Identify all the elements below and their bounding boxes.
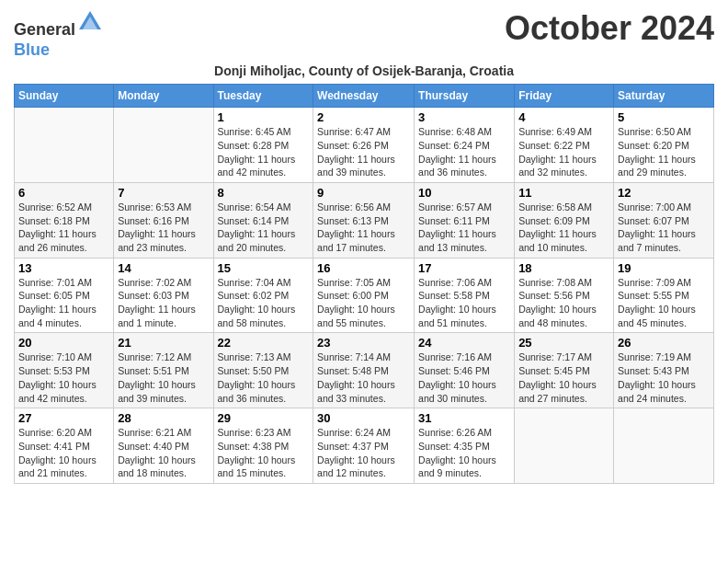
day-number: 14 — [118, 261, 209, 275]
day-number: 26 — [618, 336, 710, 350]
day-number: 20 — [18, 336, 109, 350]
week-row-2: 6Sunrise: 6:52 AM Sunset: 6:18 PM Daylig… — [15, 182, 714, 258]
calendar-cell: 17Sunrise: 7:06 AM Sunset: 5:58 PM Dayli… — [415, 258, 515, 333]
logo-general: General — [14, 20, 75, 39]
day-number: 21 — [118, 336, 209, 350]
calendar-cell — [515, 408, 614, 484]
day-detail: Sunrise: 7:17 AM Sunset: 5:45 PM Dayligh… — [518, 350, 609, 405]
day-detail: Sunrise: 7:02 AM Sunset: 6:03 PM Dayligh… — [118, 276, 209, 330]
calendar-cell: 8Sunrise: 6:54 AM Sunset: 6:14 PM Daylig… — [213, 182, 313, 258]
logo-icon — [77, 9, 103, 35]
day-number: 25 — [518, 336, 609, 350]
calendar-cell: 18Sunrise: 7:08 AM Sunset: 5:56 PM Dayli… — [515, 258, 614, 333]
day-number: 3 — [418, 110, 510, 124]
header-row: SundayMondayTuesdayWednesdayThursdayFrid… — [15, 85, 714, 108]
calendar-cell: 25Sunrise: 7:17 AM Sunset: 5:45 PM Dayli… — [515, 333, 614, 408]
day-number: 22 — [218, 336, 310, 350]
day-number: 18 — [518, 261, 609, 275]
calendar-cell — [114, 108, 213, 183]
calendar-cell: 11Sunrise: 6:58 AM Sunset: 6:09 PM Dayli… — [515, 182, 614, 258]
day-detail: Sunrise: 6:54 AM Sunset: 6:14 PM Dayligh… — [218, 201, 310, 255]
calendar-cell: 3Sunrise: 6:48 AM Sunset: 6:24 PM Daylig… — [415, 108, 515, 183]
calendar-cell: 2Sunrise: 6:47 AM Sunset: 6:26 PM Daylig… — [313, 108, 415, 183]
subtitle: Donji Miholjac, County of Osijek-Baranja… — [14, 63, 714, 78]
day-number: 12 — [618, 186, 710, 200]
day-number: 28 — [118, 411, 209, 425]
week-row-4: 20Sunrise: 7:10 AM Sunset: 5:53 PM Dayli… — [15, 333, 714, 408]
day-number: 2 — [317, 110, 410, 124]
day-number: 27 — [18, 411, 109, 425]
day-header-saturday: Saturday — [614, 85, 714, 108]
day-number: 1 — [218, 110, 310, 124]
day-detail: Sunrise: 6:47 AM Sunset: 6:26 PM Dayligh… — [317, 125, 410, 179]
day-number: 15 — [218, 261, 310, 275]
calendar-cell: 20Sunrise: 7:10 AM Sunset: 5:53 PM Dayli… — [15, 333, 114, 408]
day-number: 23 — [317, 336, 410, 350]
day-number: 11 — [518, 186, 609, 200]
day-detail: Sunrise: 7:12 AM Sunset: 5:51 PM Dayligh… — [118, 350, 209, 405]
day-detail: Sunrise: 7:09 AM Sunset: 5:55 PM Dayligh… — [618, 276, 710, 330]
day-detail: Sunrise: 6:26 AM Sunset: 4:35 PM Dayligh… — [418, 426, 510, 480]
day-detail: Sunrise: 6:52 AM Sunset: 6:18 PM Dayligh… — [18, 201, 109, 255]
day-detail: Sunrise: 6:56 AM Sunset: 6:13 PM Dayligh… — [317, 201, 410, 255]
calendar-cell: 12Sunrise: 7:00 AM Sunset: 6:07 PM Dayli… — [614, 182, 714, 258]
calendar-cell: 16Sunrise: 7:05 AM Sunset: 6:00 PM Dayli… — [313, 258, 415, 333]
calendar-cell: 5Sunrise: 6:50 AM Sunset: 6:20 PM Daylig… — [614, 108, 714, 183]
day-number: 4 — [518, 110, 609, 124]
week-row-1: 1Sunrise: 6:45 AM Sunset: 6:28 PM Daylig… — [15, 108, 714, 183]
day-detail: Sunrise: 7:16 AM Sunset: 5:46 PM Dayligh… — [418, 350, 510, 405]
day-number: 29 — [218, 411, 310, 425]
calendar-cell: 24Sunrise: 7:16 AM Sunset: 5:46 PM Dayli… — [415, 333, 515, 408]
day-detail: Sunrise: 6:23 AM Sunset: 4:38 PM Dayligh… — [218, 426, 310, 480]
week-row-3: 13Sunrise: 7:01 AM Sunset: 6:05 PM Dayli… — [15, 258, 714, 333]
day-detail: Sunrise: 7:13 AM Sunset: 5:50 PM Dayligh… — [218, 350, 310, 405]
calendar-cell: 22Sunrise: 7:13 AM Sunset: 5:50 PM Dayli… — [213, 333, 313, 408]
day-detail: Sunrise: 6:20 AM Sunset: 4:41 PM Dayligh… — [18, 426, 109, 480]
day-detail: Sunrise: 7:19 AM Sunset: 5:43 PM Dayligh… — [618, 350, 710, 405]
day-detail: Sunrise: 6:53 AM Sunset: 6:16 PM Dayligh… — [118, 201, 209, 255]
day-number: 9 — [317, 186, 410, 200]
day-detail: Sunrise: 6:45 AM Sunset: 6:28 PM Dayligh… — [218, 125, 310, 179]
calendar-cell: 27Sunrise: 6:20 AM Sunset: 4:41 PM Dayli… — [15, 408, 114, 484]
calendar-cell: 13Sunrise: 7:01 AM Sunset: 6:05 PM Dayli… — [15, 258, 114, 333]
day-header-thursday: Thursday — [415, 85, 515, 108]
day-number: 19 — [618, 261, 710, 275]
day-header-sunday: Sunday — [15, 85, 114, 108]
day-number: 31 — [418, 411, 510, 425]
calendar-cell: 10Sunrise: 6:57 AM Sunset: 6:11 PM Dayli… — [415, 182, 515, 258]
day-header-monday: Monday — [114, 85, 213, 108]
day-number: 13 — [18, 261, 109, 275]
day-header-friday: Friday — [515, 85, 614, 108]
day-detail: Sunrise: 6:50 AM Sunset: 6:20 PM Dayligh… — [618, 125, 710, 179]
calendar-cell: 23Sunrise: 7:14 AM Sunset: 5:48 PM Dayli… — [313, 333, 415, 408]
week-row-5: 27Sunrise: 6:20 AM Sunset: 4:41 PM Dayli… — [15, 408, 714, 484]
calendar-cell: 9Sunrise: 6:56 AM Sunset: 6:13 PM Daylig… — [313, 182, 415, 258]
day-detail: Sunrise: 7:00 AM Sunset: 6:07 PM Dayligh… — [618, 201, 710, 255]
day-detail: Sunrise: 6:24 AM Sunset: 4:37 PM Dayligh… — [317, 426, 410, 480]
day-number: 6 — [18, 186, 109, 200]
day-number: 8 — [218, 186, 310, 200]
calendar-cell: 6Sunrise: 6:52 AM Sunset: 6:18 PM Daylig… — [15, 182, 114, 258]
day-detail: Sunrise: 7:06 AM Sunset: 5:58 PM Dayligh… — [418, 276, 510, 330]
calendar-cell: 21Sunrise: 7:12 AM Sunset: 5:51 PM Dayli… — [114, 333, 213, 408]
day-detail: Sunrise: 7:05 AM Sunset: 6:00 PM Dayligh… — [317, 276, 410, 330]
day-header-tuesday: Tuesday — [213, 85, 313, 108]
calendar-cell — [614, 408, 714, 484]
page-header: General Blue October 2024 — [14, 9, 714, 60]
calendar-cell: 26Sunrise: 7:19 AM Sunset: 5:43 PM Dayli… — [614, 333, 714, 408]
calendar-cell: 14Sunrise: 7:02 AM Sunset: 6:03 PM Dayli… — [114, 258, 213, 333]
day-detail: Sunrise: 6:57 AM Sunset: 6:11 PM Dayligh… — [418, 201, 510, 255]
day-header-wednesday: Wednesday — [313, 85, 415, 108]
calendar-cell: 4Sunrise: 6:49 AM Sunset: 6:22 PM Daylig… — [515, 108, 614, 183]
day-number: 16 — [317, 261, 410, 275]
calendar-table: SundayMondayTuesdayWednesdayThursdayFrid… — [14, 84, 714, 484]
calendar-cell: 31Sunrise: 6:26 AM Sunset: 4:35 PM Dayli… — [415, 408, 515, 484]
calendar-cell: 28Sunrise: 6:21 AM Sunset: 4:40 PM Dayli… — [114, 408, 213, 484]
day-detail: Sunrise: 7:10 AM Sunset: 5:53 PM Dayligh… — [18, 350, 109, 405]
calendar-cell: 7Sunrise: 6:53 AM Sunset: 6:16 PM Daylig… — [114, 182, 213, 258]
calendar-cell: 1Sunrise: 6:45 AM Sunset: 6:28 PM Daylig… — [213, 108, 313, 183]
calendar-cell: 15Sunrise: 7:04 AM Sunset: 6:02 PM Dayli… — [213, 258, 313, 333]
month-title: October 2024 — [505, 9, 714, 48]
day-number: 17 — [418, 261, 510, 275]
day-detail: Sunrise: 6:49 AM Sunset: 6:22 PM Dayligh… — [518, 125, 609, 179]
